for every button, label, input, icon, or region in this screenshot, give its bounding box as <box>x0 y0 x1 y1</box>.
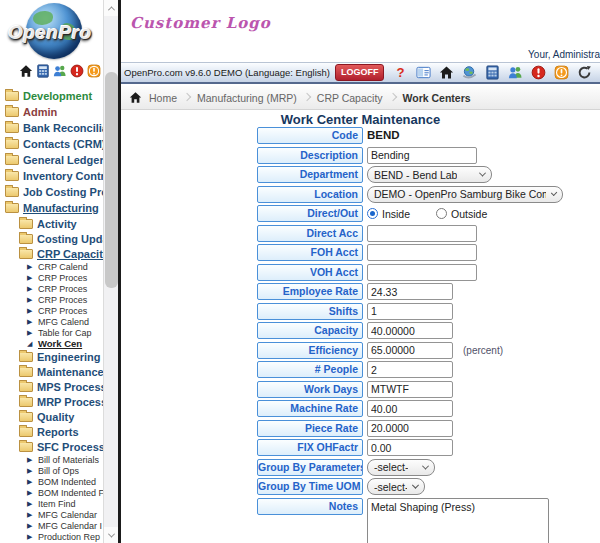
work-days-input[interactable] <box>367 381 453 398</box>
radio-button[interactable] <box>436 208 447 219</box>
alert-icon[interactable] <box>531 65 546 80</box>
sidebar-item-engineering[interactable]: Engineering <box>0 349 103 364</box>
group-by-parameters-select[interactable]: -select- <box>367 459 435 476</box>
address-book-icon[interactable] <box>416 65 431 80</box>
sidebar-item-crp-proces[interactable]: ▶CRP Proces <box>0 305 103 316</box>
sidebar-item-quality[interactable]: Quality <box>0 409 103 424</box>
sidebar-item-manufacturing[interactable]: Manufacturing <box>0 200 103 216</box>
sidebar-item-activity[interactable]: Activity <box>0 216 103 231</box>
sidebar-item-label: Costing Updat <box>37 233 103 245</box>
sidebar-item-job-costing-pro[interactable]: Job Costing Pro <box>0 184 103 200</box>
department-select[interactable]: BEND - Bend Lab <box>367 166 492 183</box>
form-row-shifts: Shifts <box>121 303 600 320</box>
capacity-input[interactable] <box>367 322 453 339</box>
users-icon[interactable] <box>53 64 67 78</box>
home-icon[interactable] <box>19 64 33 78</box>
field-label-machine-rate: Machine Rate <box>257 400 363 417</box>
shifts-input[interactable] <box>367 303 453 320</box>
machine-rate-input[interactable] <box>367 400 453 417</box>
folder-icon <box>19 427 33 437</box>
toolbar-icons: ? <box>393 65 600 80</box>
scroll-up-button[interactable] <box>104 0 119 16</box>
radio-option-outside[interactable]: Outside <box>436 208 487 220</box>
efficiency-input[interactable] <box>367 342 453 359</box>
sidebar-item-sfc-process[interactable]: SFC Process <box>0 439 103 454</box>
selected-value: DEMO - OpenPro Samburg Bike Company <box>374 188 546 200</box>
form-row-direct-out: Direct/OutInsideOutside <box>121 205 600 222</box>
home-icon[interactable] <box>129 91 142 104</box>
notes-textarea[interactable] <box>367 498 549 543</box>
voh-acct-input[interactable] <box>367 264 477 281</box>
sidebar-item-contacts-crm[interactable]: Contacts (CRM) <box>0 136 103 152</box>
sidebar-item-production-rep[interactable]: ▶Production Rep <box>0 531 103 542</box>
warning-icon[interactable] <box>87 64 101 78</box>
foh-acct-input[interactable] <box>367 244 477 261</box>
sidebar-item-development[interactable]: Development <box>0 88 103 104</box>
sidebar-item-mfg-calendar-i[interactable]: ▶MFG Calendar I <box>0 520 103 531</box>
breadcrumb-item-crp-capacity[interactable]: CRP Capacity <box>317 92 383 104</box>
location-select[interactable]: DEMO - OpenPro Samburg Bike Company <box>367 186 563 203</box>
sidebar-item-reports[interactable]: Reports <box>0 424 103 439</box>
sidebar-item-label: Inventory Contr <box>23 170 103 182</box>
scrollbar-thumb[interactable] <box>105 72 118 288</box>
collapsed-arrow-icon: ▶ <box>27 533 36 540</box>
sidebar-item-crp-calend[interactable]: ▶CRP Calend <box>0 261 103 272</box>
description-input[interactable] <box>367 147 477 164</box>
logoff-button[interactable]: LOGOFF <box>335 64 385 81</box>
sidebar-item-mfg-calendar[interactable]: ▶MFG Calendar <box>0 509 103 520</box>
collapsed-arrow-icon: ▶ <box>27 307 36 314</box>
sidebar-item-crp-proces[interactable]: ▶CRP Proces <box>0 294 103 305</box>
sidebar-item-crp-capacity[interactable]: CRP Capacity <box>0 246 103 261</box>
refresh-icon[interactable] <box>577 65 592 80</box>
people-input[interactable] <box>367 361 453 378</box>
sidebar-item-bill-of-ops[interactable]: ▶Bill of Ops <box>0 465 103 476</box>
sidebar-item-label: Contacts (CRM) <box>23 138 103 150</box>
sidebar-item-item-find[interactable]: ▶Item Find <box>0 498 103 509</box>
user-text: Your, Administra <box>528 49 600 60</box>
openpro-logo[interactable]: OpenPro <box>0 2 100 60</box>
sidebar-item-bill-of-materials[interactable]: ▶Bill of Materials <box>0 454 103 465</box>
sidebar-item-table-for-cap[interactable]: ▶Table for Cap <box>0 327 103 338</box>
sidebar-item-admin[interactable]: Admin <box>0 104 103 120</box>
world-icon[interactable] <box>462 65 477 80</box>
field-label-notes: Notes <box>257 498 363 515</box>
sidebar-item-mrp-process[interactable]: MRP Process <box>0 394 103 409</box>
radio-option-inside[interactable]: Inside <box>367 208 410 220</box>
help-icon[interactable]: ? <box>393 65 408 80</box>
sidebar-item-bom-indented[interactable]: ▶BOM Indented <box>0 476 103 487</box>
fix-ohfactr-input[interactable] <box>367 439 453 456</box>
sidebar-item-work-cen[interactable]: ◢Work Cen <box>0 338 103 349</box>
sidebar-scrollbar[interactable] <box>103 0 118 543</box>
home-icon[interactable] <box>439 65 454 80</box>
direct-acc-input[interactable] <box>367 225 477 242</box>
group-by-time-uom-select[interactable]: -select- <box>367 478 425 495</box>
sidebar-item-bom-indented-f[interactable]: ▶BOM Indented F <box>0 487 103 498</box>
sidebar-item-general-ledger[interactable]: General Ledger <box>0 152 103 168</box>
sidebar-item-maintenance[interactable]: Maintenance <box>0 364 103 379</box>
folder-icon <box>19 442 33 452</box>
sidebar-item-label: Maintenance <box>37 366 103 378</box>
sidebar-item-bank-reconcilia[interactable]: Bank Reconcilia <box>0 120 103 136</box>
sidebar-item-costing-updat[interactable]: Costing Updat <box>0 231 103 246</box>
sidebar-item-inventory-contr[interactable]: Inventory Contr <box>0 168 103 184</box>
nav-tree: DevelopmentAdminBank ReconciliaContacts … <box>0 88 103 542</box>
employee-rate-input[interactable] <box>367 283 453 300</box>
radio-button[interactable] <box>367 208 378 219</box>
field-label-description: Description <box>257 147 363 164</box>
sidebar-item-mfg-calend[interactable]: ▶MFG Calend <box>0 316 103 327</box>
sidebar-item-crp-proces[interactable]: ▶CRP Proces <box>0 272 103 283</box>
breadcrumb-item-home[interactable]: Home <box>149 92 177 104</box>
sidebar-item-label: Production Rep <box>38 532 100 542</box>
sidebar-item-mps-process[interactable]: MPS Process <box>0 379 103 394</box>
toolbar: OpenPro.com v9.6.0 DEMO (Language: Engli… <box>121 62 600 84</box>
alert-icon[interactable] <box>70 64 84 78</box>
sidebar-item-label: MPS Process <box>37 381 103 393</box>
breadcrumb-item-manufacturing-mrp[interactable]: Manufacturing (MRP) <box>197 92 297 104</box>
scroll-down-button[interactable] <box>104 527 119 543</box>
sidebar-item-crp-proces[interactable]: ▶CRP Proces <box>0 283 103 294</box>
users-icon[interactable] <box>508 65 523 80</box>
calculator-icon[interactable] <box>485 65 500 80</box>
calculator-icon[interactable] <box>36 64 50 78</box>
piece-rate-input[interactable] <box>367 420 453 437</box>
warning-icon[interactable] <box>554 65 569 80</box>
